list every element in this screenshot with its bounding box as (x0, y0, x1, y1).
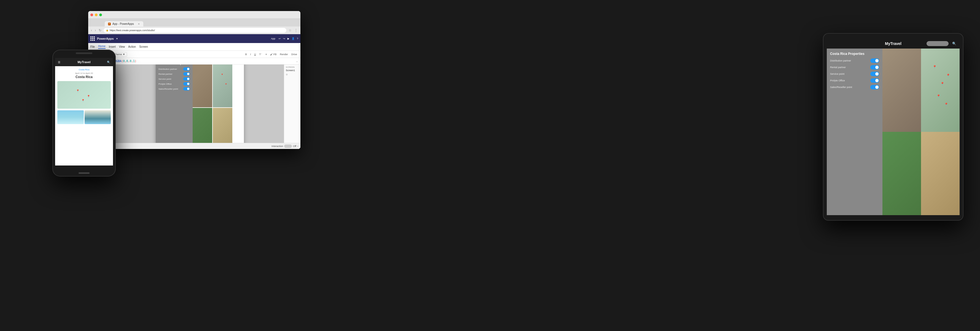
bookmark-icon[interactable]: ☆ (288, 28, 292, 33)
tablet-search-box[interactable] (926, 41, 948, 46)
pa-main: Screens ⊞ ☰ Search ▼ VisitorSignIn □ Rec… (88, 64, 301, 143)
back-button[interactable]: ‹ (91, 28, 92, 33)
canvas-photo-house (192, 108, 212, 143)
redo-icon[interactable]: ↪ (283, 37, 285, 40)
interaction-toggle-switch[interactable] (284, 144, 292, 148)
toggle-sales: Sales/Reseller point (159, 87, 190, 91)
tablet-left-panel: Costa Rica Properties Distribution partn… (827, 48, 883, 215)
tablet-section-title: Costa Rica Properties (830, 52, 879, 56)
tablet-device: MyTravel 🔍 Costa Rica Properties Distrib… (823, 33, 964, 221)
drive-button[interactable]: Drive (290, 53, 298, 56)
tablet-toggle-distribution-switch[interactable] (870, 59, 879, 63)
interaction-toggle-group: Interaction Off › (272, 144, 298, 148)
tablet-toggle-prolyte-switch[interactable] (870, 78, 879, 83)
phone-title: MyTravel (78, 61, 91, 64)
toggle-distribution-switch[interactable] (183, 67, 190, 70)
tablet-photo-room (921, 132, 959, 215)
preview-icon[interactable]: ▶ (288, 37, 290, 40)
toggle-distribution: Distribution partner (159, 67, 190, 70)
fill-button[interactable]: 🖌 FB (269, 53, 277, 56)
pa-right-panel: SCREEN Screen1 ⚙ (284, 64, 301, 143)
help-icon[interactable]: ? (297, 37, 298, 40)
app-label: App (271, 37, 275, 40)
canvas-photo-living (213, 108, 232, 143)
menu-view[interactable]: View (119, 45, 125, 48)
reload-button[interactable]: ↻ (98, 28, 102, 33)
costa-rica-props-section: Costa Rica Properties Distribution partn… (156, 64, 192, 143)
minimize-button[interactable] (95, 13, 97, 16)
tablet-header: MyTravel 🔍 (827, 38, 959, 48)
browser-address-bar: ‹ › ↻ 🔒 https://test.create.powerapps.co… (88, 27, 301, 34)
phone-date: April 12 to April 20 (57, 72, 111, 75)
powerapps-ui: PowerApps ▼ App ↩ ↪ ▶ 👤 ? File Home Inse… (88, 34, 301, 149)
browser-tab[interactable]: P App - PowerApps ✕ (105, 21, 143, 27)
user-icon[interactable]: 👤 (291, 37, 294, 40)
tablet-toggle-service-switch[interactable] (870, 72, 879, 76)
tablet-right-panel: 📍 📍 📍 📍 📍 (883, 48, 959, 215)
formula-input[interactable]: RGBA(0,0,0,1) (115, 59, 294, 62)
formula-expand-icon[interactable]: ⌄ (296, 60, 298, 62)
tab-title: App - PowerApps (113, 22, 134, 26)
canvas-photo-patio (192, 64, 212, 107)
undo-icon[interactable]: ↩ (278, 37, 281, 40)
toggle-rental: Rental partner (159, 72, 190, 75)
settings-icon[interactable]: ⋮ (294, 28, 298, 33)
bottom-bar-arrow-icon: › (298, 145, 298, 147)
pa-canvas: MyTravel 🔍 Costa Rica Properties Distrib… (116, 64, 284, 143)
menu-insert[interactable]: Insert (109, 45, 116, 48)
menu-home[interactable]: Home (98, 45, 105, 49)
menu-action[interactable]: Action (128, 45, 136, 48)
properties-icon[interactable]: ⚙ (286, 74, 299, 76)
bold-button[interactable]: B (244, 53, 248, 56)
toggle-rental-switch[interactable] (183, 72, 190, 75)
tablet-toggle-rental: Rental partner (830, 65, 879, 69)
format-tools: B I U T⁻ ≡ 🖌 FB Render Drive (244, 53, 298, 56)
toggle-service-switch[interactable] (183, 77, 190, 80)
waffle-icon[interactable] (91, 37, 95, 41)
tablet-map-pin2: 📍 (940, 82, 945, 86)
tablet-toggle-prolyte: Prolyte Office (830, 78, 879, 83)
render-button[interactable]: Render (278, 53, 289, 56)
close-button[interactable] (91, 13, 93, 16)
tab-favicon: P (108, 22, 111, 26)
tablet-toggle-sales-switch[interactable] (870, 85, 879, 90)
italic-button[interactable]: I (249, 53, 252, 56)
brand-chevron-icon: ▼ (116, 37, 118, 40)
screen-label: SCREEN (286, 66, 299, 68)
tab-close-icon[interactable]: ✕ (138, 22, 140, 26)
pa-bottom-bar: Screen1 Interaction Off › (88, 143, 301, 149)
font-size-button[interactable]: T⁻ (258, 53, 264, 56)
phone-home-button[interactable] (78, 173, 89, 174)
menu-file[interactable]: File (91, 45, 95, 48)
screen-name: Screen1 (286, 69, 299, 72)
toggle-prolyte-switch[interactable] (183, 82, 190, 85)
forward-button[interactable]: › (94, 28, 97, 33)
pa-toolbar2: New screen ▼ Theme ▼ B I U T⁻ ≡ 🖌 FB Ren… (88, 51, 301, 58)
underline-button[interactable]: U (253, 53, 257, 56)
phone-search-icon[interactable]: 🔍 (107, 61, 110, 64)
tablet-photo-chairs (883, 48, 921, 132)
tablet-toggle-distribution: Distribution partner (830, 59, 879, 63)
tablet-map-pin1: 📍 (932, 65, 937, 69)
toggle-sales-switch[interactable] (183, 87, 190, 91)
phone-menu-icon[interactable]: ☰ (58, 61, 60, 64)
tablet-toggle-rental-switch[interactable] (870, 65, 879, 69)
interaction-label: Interaction (272, 145, 283, 147)
phone-screen: ☰ MyTravel 🔍 Costa Rica April 12 to Apri… (55, 58, 113, 165)
tablet-screen: MyTravel 🔍 Costa Rica Properties Distrib… (827, 38, 959, 215)
address-field[interactable]: 🔒 https://test.create.powerapps.com/stud… (103, 28, 286, 33)
tablet-toggle-service: Service point (830, 72, 879, 76)
tablet-photo-grid-bottom (883, 132, 959, 215)
lock-icon: 🔒 (106, 29, 108, 32)
phone-location: Costa Rica (57, 75, 111, 79)
phone-img-pool (84, 110, 111, 124)
phone-map-pin2: 📍 (87, 95, 90, 98)
toggle-prolyte: Prolyte Office (159, 82, 190, 85)
tablet-toggle-sales: Sales/Reseller point (830, 85, 879, 90)
formula-function: RGBA (115, 59, 121, 62)
maximize-button[interactable] (99, 13, 102, 16)
tablet-search-icon[interactable]: 🔍 (952, 42, 956, 45)
align-button[interactable]: ≡ (264, 53, 268, 56)
tablet-content: Costa Rica Properties Distribution partn… (827, 48, 959, 215)
menu-screen[interactable]: Screen (139, 45, 148, 48)
